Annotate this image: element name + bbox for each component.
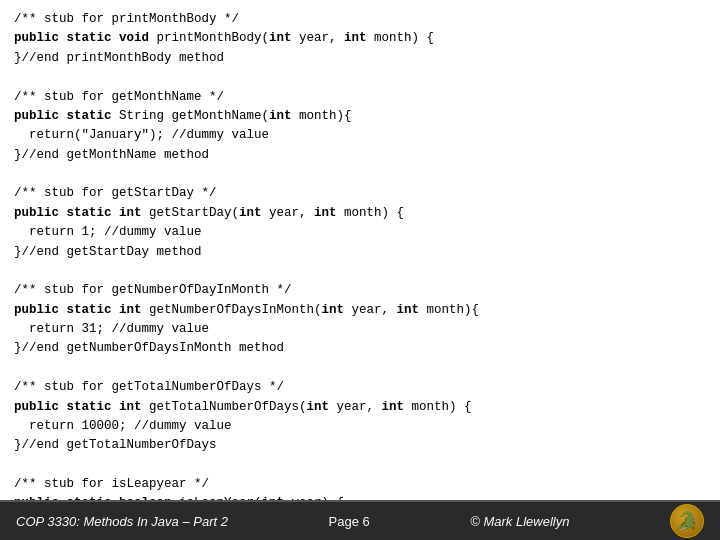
footer-copyright: © Mark Llewellyn	[470, 514, 569, 529]
line-public-5: public static int getTotalNumberOfDays(i…	[14, 400, 472, 453]
comment-4: /** stub for getNumberOfDayInMonth */	[14, 283, 292, 297]
line-public-1: public static void printMonthBody(int ye…	[14, 31, 434, 64]
comment-6: /** stub for isLeapyear */	[14, 477, 209, 491]
code-content: /** stub for printMonthBody */ public st…	[14, 10, 706, 500]
code-editor: /** stub for printMonthBody */ public st…	[0, 0, 720, 500]
footer-page: Page 6	[329, 514, 370, 529]
line-public-6: public static boolean isLeapYear(int yea…	[14, 496, 344, 500]
comment-3: /** stub for getStartDay */	[14, 186, 217, 200]
line-public-3: public static int getStartDay(int year, …	[14, 206, 404, 259]
comment-2: /** stub for getMonthName */	[14, 90, 224, 104]
comment-5: /** stub for getTotalNumberOfDays */	[14, 380, 284, 394]
comment-1: /** stub for printMonthBody */	[14, 12, 239, 26]
footer-bar: COP 3330: Methods In Java – Part 2 Page …	[0, 500, 720, 540]
line-public-2: public static String getMonthName(int mo…	[14, 109, 352, 162]
footer-logo: 🐊	[670, 504, 704, 538]
footer-title: COP 3330: Methods In Java – Part 2	[16, 514, 228, 529]
line-public-4: public static int getNumberOfDaysInMonth…	[14, 303, 479, 356]
